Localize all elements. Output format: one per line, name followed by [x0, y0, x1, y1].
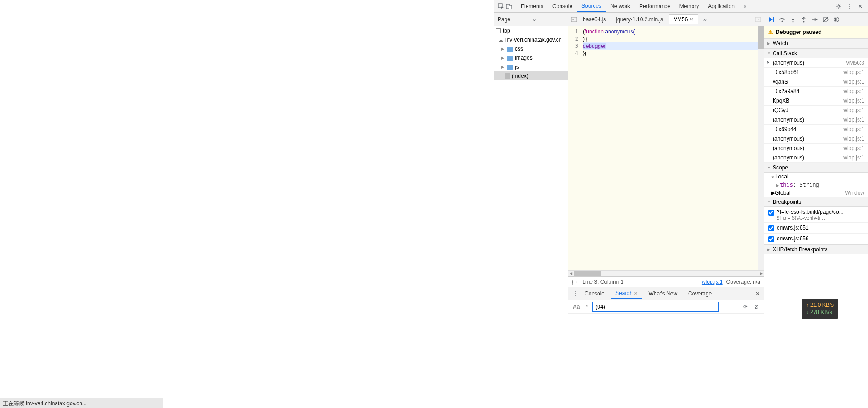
- drawer-tab-search[interactable]: Search ✕: [611, 288, 642, 299]
- drawer-menu-icon[interactable]: ⋮: [572, 291, 578, 297]
- close-devtools-icon[interactable]: ✕: [857, 3, 863, 9]
- tree-domain[interactable]: ☁inv-veri.chinatax.gov.cn: [494, 35, 568, 44]
- clear-icon[interactable]: ⊘: [753, 304, 760, 310]
- pretty-print-icon[interactable]: { }: [572, 279, 577, 285]
- drawer-tab-coverage[interactable]: Coverage: [684, 289, 716, 299]
- callstack-frame[interactable]: rQGyJwlop.js:1: [764, 106, 868, 115]
- browser-status-bar: 正在等候 inv-veri.chinatax.gov.cn...: [0, 398, 163, 408]
- tree-file-index[interactable]: (index): [494, 71, 568, 80]
- warning-icon: ⚠: [768, 29, 773, 35]
- callstack-frame[interactable]: (anonymous)wlop.js:1: [764, 134, 868, 144]
- breakpoint-checkbox[interactable]: [768, 236, 774, 242]
- breakpoints-section-header[interactable]: ▼Breakpoints: [764, 197, 868, 207]
- tab-performance[interactable]: Performance: [635, 0, 675, 12]
- download-speed: 278 KB/s: [810, 309, 832, 315]
- tab-application[interactable]: Application: [703, 0, 739, 12]
- line-gutter: 1234: [568, 26, 581, 270]
- drawer-tab-label: Search: [615, 290, 632, 296]
- deactivate-bp-icon[interactable]: [822, 16, 829, 23]
- tree-domain-label: inv-veri.chinatax.gov.cn: [505, 37, 562, 43]
- section-label: XHR/fetch Breakpoints: [773, 246, 827, 253]
- breakpoint-row[interactable]: ?f=fe-sso-fs:build/page/co...$Tip = $('#…: [764, 207, 868, 223]
- file-tab-vm56[interactable]: VM56✕: [669, 14, 698, 24]
- device-toggle-icon[interactable]: [506, 3, 512, 9]
- folder-label: images: [515, 55, 533, 61]
- pause-exceptions-icon[interactable]: [833, 16, 840, 23]
- callstack-frame[interactable]: vqahSwlop.js:1: [764, 77, 868, 87]
- scope-global-row[interactable]: ▶GlobalWindow: [764, 189, 868, 197]
- xhr-breakpoints-header[interactable]: ▶XHR/fetch Breakpoints: [764, 244, 868, 254]
- tab-elements[interactable]: Elements: [516, 0, 548, 12]
- breakpoint-checkbox[interactable]: [768, 225, 774, 231]
- tree-folder-js[interactable]: ▶js: [494, 62, 568, 71]
- callstack-frame[interactable]: (anonymous)VM56:3: [764, 58, 868, 68]
- expand-icon: ▶: [501, 56, 505, 60]
- step-into-icon[interactable]: [790, 16, 796, 23]
- scope-local-row[interactable]: ▼Local: [764, 173, 868, 181]
- file-tab-base64[interactable]: base64.js: [578, 15, 610, 24]
- nav-back-icon[interactable]: [571, 16, 577, 23]
- nav-forward-icon[interactable]: [755, 16, 761, 23]
- callstack-frame[interactable]: (anonymous)wlop.js:1: [764, 144, 868, 153]
- step-out-icon[interactable]: [801, 16, 807, 23]
- svg-point-7: [782, 20, 783, 22]
- refresh-icon[interactable]: ⟳: [742, 304, 749, 310]
- file-label: (index): [512, 73, 528, 79]
- drawer-close-icon[interactable]: ✕: [755, 290, 760, 297]
- regex-icon[interactable]: .*: [584, 304, 588, 310]
- breakpoint-row[interactable]: emwrs.js:651: [764, 223, 868, 234]
- editor-hscrollbar[interactable]: ◀▶: [568, 270, 764, 276]
- coverage-label: Coverage: n/a: [726, 279, 760, 285]
- tab-sources[interactable]: Sources: [577, 0, 606, 12]
- breakpoint-checkbox[interactable]: [768, 210, 774, 216]
- tree-folder-css[interactable]: ▶css: [494, 44, 568, 53]
- file-tab-jquery[interactable]: jquery-1.10.2.min.js: [611, 15, 668, 24]
- file-tab-label: base64.js: [583, 16, 606, 23]
- callstack-frame[interactable]: (anonymous)wlop.js:1: [764, 115, 868, 125]
- callstack-frame[interactable]: _0x69b44wlop.js:1: [764, 125, 868, 134]
- tab-console[interactable]: Console: [548, 0, 577, 12]
- breakpoint-row[interactable]: emwrs.js:656: [764, 234, 868, 244]
- resume-icon[interactable]: [768, 16, 774, 23]
- callstack-frame[interactable]: _0x2a9a84wlop.js:1: [764, 87, 868, 96]
- match-case-icon[interactable]: Aa: [573, 304, 580, 310]
- svg-point-9: [803, 21, 805, 22]
- banner-text: Debugger paused: [776, 29, 821, 35]
- close-icon[interactable]: ✕: [689, 17, 693, 22]
- scope-global-value: Window: [845, 190, 864, 196]
- step-over-icon[interactable]: [779, 16, 785, 23]
- tab-network[interactable]: Network: [606, 0, 635, 12]
- navigator-overflow-icon[interactable]: »: [531, 16, 538, 23]
- svg-rect-5: [755, 17, 761, 22]
- search-input[interactable]: [592, 302, 719, 312]
- tree-top[interactable]: top: [494, 26, 568, 35]
- source-link[interactable]: wlop.js:1: [702, 279, 723, 285]
- settings-icon[interactable]: [835, 3, 842, 9]
- callstack-frame[interactable]: KpqXBwlop.js:1: [764, 96, 868, 106]
- file-tabs-overflow-icon[interactable]: »: [702, 16, 708, 23]
- inspect-icon[interactable]: [498, 3, 504, 9]
- callstack-frame[interactable]: _0x58bb61wlop.js:1: [764, 68, 868, 77]
- scope-section-header[interactable]: ▼Scope: [764, 163, 868, 173]
- expand-icon: ▶: [501, 65, 505, 69]
- watch-section-header[interactable]: ▶Watch: [764, 38, 868, 48]
- close-icon[interactable]: ✕: [634, 291, 637, 296]
- scope-this-row[interactable]: ▶this: String: [764, 181, 868, 189]
- drawer-tab-console[interactable]: Console: [580, 289, 609, 299]
- code-editor[interactable]: 1234 (function anonymous( ) { debugger}): [568, 26, 764, 270]
- navigator-page-tab[interactable]: Page: [498, 16, 510, 23]
- file-tab-label: VM56: [674, 16, 688, 23]
- step-icon[interactable]: [811, 16, 818, 23]
- tree-folder-images[interactable]: ▶images: [494, 53, 568, 62]
- callstack-section-header[interactable]: ▼Call Stack: [764, 48, 868, 58]
- drawer-tab-whatsnew[interactable]: What's New: [644, 289, 682, 299]
- scope-this-label: this: [780, 182, 793, 188]
- tab-memory[interactable]: Memory: [675, 0, 703, 12]
- navigator-menu-icon[interactable]: ⋮: [558, 16, 564, 23]
- debug-toolbar: [764, 13, 868, 26]
- tabs-overflow-icon[interactable]: »: [742, 3, 748, 9]
- kebab-menu-icon[interactable]: ⋮: [846, 3, 853, 9]
- callstack-frame[interactable]: (anonymous)wlop.js:1: [764, 153, 868, 163]
- editor-vscrollbar[interactable]: [758, 26, 764, 270]
- cursor-position: Line 3, Column 1: [582, 279, 623, 285]
